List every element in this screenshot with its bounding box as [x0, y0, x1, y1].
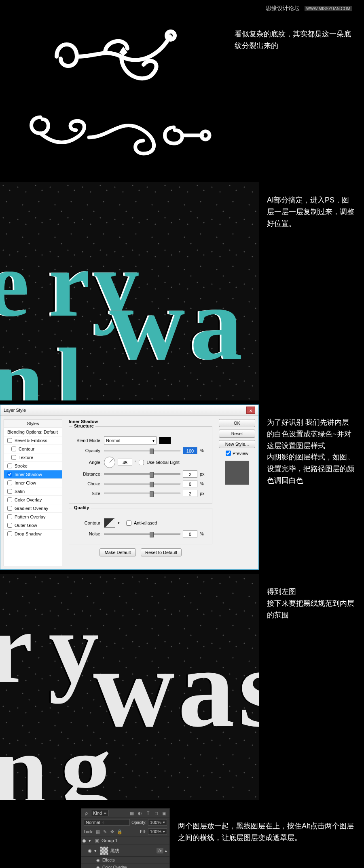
style-item-outer-glow[interactable]: Outer Glow: [4, 521, 62, 530]
distance-slider[interactable]: [104, 473, 180, 475]
quality-title: Quality: [72, 505, 91, 510]
style-item-stroke[interactable]: Stroke: [4, 462, 62, 470]
style-item-inner-glow[interactable]: Inner Glow: [4, 479, 62, 487]
style-item-contour[interactable]: Contour: [4, 445, 62, 453]
group-1-row[interactable]: ◉ ▾ ▣ Group 1: [81, 836, 169, 845]
smart-filter-icon[interactable]: ▣: [161, 810, 167, 816]
noise-label: Noise:: [73, 531, 102, 536]
close-icon[interactable]: ×: [246, 407, 255, 414]
header-text: 思缘设计论坛: [266, 5, 300, 11]
layers-panel: ρ Kind≑ ▦ ◐ T ◻ ▣ Normal≑ Opacity: 100%▾: [81, 808, 170, 868]
fill-input[interactable]: 100%▾: [148, 828, 167, 835]
style-checkbox[interactable]: [7, 523, 12, 528]
adjust-filter-icon[interactable]: ◐: [137, 810, 143, 816]
style-checkbox[interactable]: [11, 447, 16, 451]
style-checkbox[interactable]: [7, 463, 12, 468]
dialog-title: Layer Style: [4, 408, 26, 413]
choke-label: Choke:: [73, 481, 102, 486]
section5-caption: 两个图层放一起，黑线图层在上，按住Alt点击两个图层之间的横线，让底层图层变成遮…: [170, 808, 364, 844]
style-item-color-overlay[interactable]: Color Overlay: [4, 496, 62, 504]
style-item-pattern-overlay[interactable]: Pattern Overlay: [4, 513, 62, 521]
style-checkbox[interactable]: [11, 455, 16, 460]
opacity-slider[interactable]: [104, 450, 180, 451]
size-input[interactable]: 2: [183, 490, 197, 497]
choke-slider[interactable]: [104, 483, 180, 485]
noise-input[interactable]: 0: [183, 530, 197, 537]
section3-caption: 为了好识别 我们先讲内层的白色设置成蓝绿色~并对这层设置图层样式 内阴影的图层样…: [259, 405, 364, 487]
eye-icon[interactable]: ◉: [95, 865, 101, 868]
folder-icon: ▣: [94, 838, 100, 843]
fx-badge[interactable]: fx: [157, 848, 163, 853]
style-checkbox[interactable]: [7, 480, 12, 485]
layer-style-dialog: Layer Style × Styles Blending Options: D…: [0, 405, 259, 570]
svg-point-1: [201, 131, 210, 139]
style-item-blending-options-default[interactable]: Blending Options: Default: [4, 428, 62, 436]
structure-title: Structure: [72, 423, 95, 428]
kind-combo[interactable]: Kind≑: [91, 810, 109, 816]
angle-dial[interactable]: [104, 457, 115, 468]
size-slider[interactable]: [104, 493, 180, 494]
shape-filter-icon[interactable]: ◻: [153, 810, 159, 816]
size-label: Size:: [73, 491, 102, 496]
blend-mode-combo[interactable]: Normal▾: [104, 436, 157, 445]
pixel-filter-icon[interactable]: ▦: [129, 810, 135, 816]
style-item-satin[interactable]: Satin: [4, 487, 62, 496]
layer-thumb: [100, 846, 109, 855]
style-item-drop-shadow[interactable]: Drop Shadow: [4, 530, 62, 538]
teal-typography-image: e r y w a n l: [0, 182, 259, 400]
opacity-label: Opacity:: [73, 448, 102, 453]
lock-label: Lock:: [84, 830, 93, 834]
fill-label: Fill:: [140, 830, 146, 834]
style-checkbox[interactable]: [7, 438, 12, 443]
use-global-light-label: Use Global Light: [146, 460, 179, 465]
eye-icon[interactable]: ◉: [81, 838, 87, 843]
style-checkbox[interactable]: [7, 514, 12, 519]
style-item-gradient-overlay[interactable]: Gradient Overlay: [4, 504, 62, 513]
page-header: 思缘设计论坛 WWW.MISSYUAN.COM: [0, 0, 364, 12]
opacity-input[interactable]: 100: [183, 447, 197, 454]
bw-typography-image: r y w a s n g: [0, 574, 259, 800]
effects-row[interactable]: ◉ Effects: [81, 857, 169, 864]
preview-checkbox[interactable]: [226, 451, 231, 456]
styles-list: Styles Blending Options: DefaultBevel & …: [4, 419, 62, 566]
use-global-light-checkbox[interactable]: [139, 460, 144, 465]
layer-opacity-input[interactable]: 100%▾: [148, 819, 167, 826]
noise-slider[interactable]: [104, 533, 180, 535]
contour-picker[interactable]: [104, 518, 115, 528]
new-style-button[interactable]: New Style...: [219, 440, 255, 448]
shadow-color-swatch[interactable]: [159, 437, 171, 444]
lock-position-icon[interactable]: ✥: [110, 829, 115, 834]
opacity-label: Opacity:: [131, 820, 146, 825]
angle-input[interactable]: 45: [118, 459, 132, 466]
choke-input[interactable]: 0: [183, 480, 197, 487]
distance-label: Distance:: [73, 472, 102, 476]
distance-input[interactable]: 2: [183, 470, 197, 478]
lock-all-icon[interactable]: 🔒: [117, 829, 123, 834]
eye-icon[interactable]: ◉: [95, 858, 101, 862]
section2-caption: AI部分搞定，进入PS，图层一层一层复制过来，调整好位置。: [259, 182, 364, 229]
eye-icon[interactable]: ◉: [87, 848, 93, 853]
style-checkbox[interactable]: [7, 497, 12, 502]
layer-black-row[interactable]: ◉ ▾ 黑线 fx ▴: [81, 845, 169, 857]
lock-transparency-icon[interactable]: ▦: [95, 829, 101, 834]
ok-button[interactable]: OK: [219, 419, 255, 427]
style-checkbox[interactable]: [7, 489, 12, 494]
antialiased-checkbox[interactable]: [126, 520, 131, 526]
blend-mode-combo[interactable]: Normal≑: [84, 819, 130, 826]
reset-default-button[interactable]: Reset to Default: [141, 548, 182, 556]
style-checkbox[interactable]: [7, 531, 12, 536]
style-item-bevel-emboss[interactable]: Bevel & Emboss: [4, 436, 62, 445]
section4-caption: 得到左图 接下来要把黑线规范到内层的范围: [259, 574, 364, 621]
style-item-inner-shadow[interactable]: Inner Shadow: [4, 470, 62, 479]
style-checkbox[interactable]: [7, 506, 12, 511]
reset-button[interactable]: Reset: [219, 430, 255, 438]
make-default-button[interactable]: Make Default: [99, 548, 136, 556]
color-overlay-row[interactable]: ◉ Color Overlay: [81, 864, 169, 868]
filter-icon[interactable]: ρ: [84, 810, 89, 816]
preview-swatch: [225, 461, 249, 485]
type-filter-icon[interactable]: T: [145, 810, 151, 816]
lock-pixels-icon[interactable]: ✎: [102, 829, 108, 834]
style-item-texture[interactable]: Texture: [4, 453, 62, 462]
style-checkbox[interactable]: [7, 472, 12, 477]
structure-group: Structure Blend Mode: Normal▾ Opacity:: [69, 426, 212, 504]
